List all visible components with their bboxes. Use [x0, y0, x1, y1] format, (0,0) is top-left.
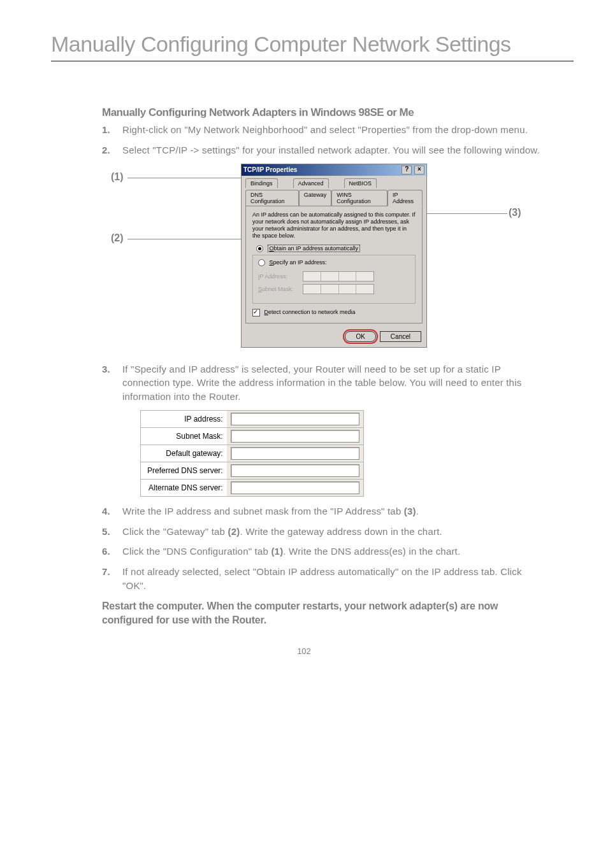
step-post: . Write the gateway address down in the … [240, 526, 442, 537]
label-subnet: Subnet Mask: [141, 427, 227, 445]
address-table: IP address: Subnet Mask: Default gateway… [140, 410, 364, 497]
restart-note: Restart the computer. When the computer … [102, 599, 548, 628]
detect-checkbox[interactable]: Detect connection to network media [252, 309, 416, 317]
ip-address-field [303, 271, 374, 281]
step-ref: (3) [404, 506, 416, 516]
step-post: . Write the DNS address(es) in the chart… [283, 546, 460, 557]
radio-label: pecify an IP address: [273, 259, 327, 266]
input-ip[interactable] [231, 413, 359, 425]
tab-wins[interactable]: WINS Configuration [331, 190, 387, 206]
radio-obtain[interactable]: Obtain an IP address automatically [256, 245, 416, 252]
step-text: Click the "Gateway" tab (2). Write the g… [122, 525, 548, 539]
tab-gateway[interactable]: Gateway [299, 190, 332, 206]
step-num: 5. [102, 525, 122, 539]
ip-label: P Address: [260, 273, 287, 280]
step-post: . [416, 506, 419, 516]
step-num: 7. [102, 565, 122, 593]
step-num: 3. [102, 362, 122, 404]
rule [51, 60, 574, 62]
tab-dns[interactable]: DNS Configuration [245, 190, 299, 206]
step-text: If not already selected, select "Obtain … [122, 565, 548, 593]
cancel-button[interactable]: Cancel [380, 331, 421, 342]
page-number: 102 [51, 646, 557, 656]
callout-line [127, 239, 242, 239]
subnet-label: ubnet Mask: [262, 286, 293, 292]
tab-advanced[interactable]: Advanced [293, 178, 329, 188]
callout-1: (1) [111, 171, 124, 183]
step-num: 4. [102, 504, 122, 518]
detect-label: etect connection to network media [268, 309, 356, 315]
step-pre: Click the "Gateway" tab [122, 526, 228, 537]
chapter-title: Manually Configuring Computer Network Se… [51, 32, 557, 57]
step-text: Right-click on "My Network Neighborhood"… [122, 123, 548, 137]
tab-ipaddress[interactable]: IP Address [387, 190, 423, 206]
subnet-mask-field [303, 284, 374, 294]
tcpip-dialog: TCP/IP Properties ? × Bindings Advanced … [241, 164, 427, 348]
step-text: Select "TCP/IP -> settings" for your ins… [122, 143, 548, 157]
label-pdns: Preferred DNS server: [141, 462, 227, 479]
input-gateway[interactable] [231, 447, 359, 460]
input-subnet[interactable] [231, 430, 359, 443]
radio-specify[interactable]: Specify an IP address: [257, 259, 328, 266]
close-icon[interactable]: × [414, 166, 424, 174]
dialog-desc: An IP address can be automatically assig… [252, 211, 416, 240]
callout-line [426, 213, 507, 214]
section-subhead: Manually Configuring Network Adapters in… [102, 106, 548, 119]
tab-netbios[interactable]: NetBIOS [344, 178, 377, 188]
ok-button[interactable]: OK [345, 331, 375, 342]
checkbox-icon [252, 309, 260, 317]
radio-icon [258, 259, 265, 266]
dialog-title: TCP/IP Properties [243, 166, 297, 173]
step-ref: (2) [228, 526, 240, 537]
dialog-figure: (1) (2) (3) TCP/IP Properties ? × Bindin… [113, 164, 548, 355]
label-gateway: Default gateway: [141, 445, 227, 462]
label-ip: IP address: [141, 410, 227, 427]
input-pdns[interactable] [231, 464, 359, 477]
label-adns: Alternate DNS server: [141, 479, 227, 496]
help-icon[interactable]: ? [402, 166, 412, 174]
step-num: 6. [102, 544, 122, 559]
input-adns[interactable] [231, 481, 359, 494]
step-text: Write the IP address and subnet mask fro… [122, 504, 548, 518]
step-num: 1. [102, 123, 122, 137]
step-text: If "Specify and IP address" is selected,… [122, 362, 548, 404]
callout-line [127, 178, 242, 178]
tab-bindings[interactable]: Bindings [245, 178, 278, 188]
step-pre: Write the IP address and subnet mask fro… [122, 506, 404, 516]
step-num: 2. [102, 143, 122, 157]
radio-label-u: O [270, 245, 274, 252]
step-text: Click the "DNS Configuration" tab (1). W… [122, 544, 548, 559]
callout-3: (3) [509, 207, 521, 218]
callout-2: (2) [111, 232, 124, 244]
radio-icon [256, 245, 263, 252]
radio-label: btain an IP address automatically [274, 245, 358, 252]
step-ref: (1) [271, 546, 283, 557]
step-pre: Click the "DNS Configuration" tab [122, 546, 271, 557]
